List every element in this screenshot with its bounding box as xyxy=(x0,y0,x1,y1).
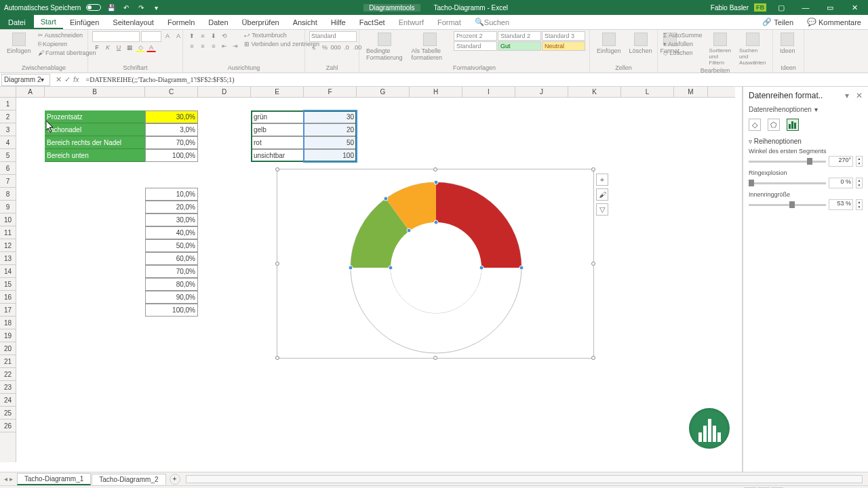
orientation-icon[interactable]: ⟲ xyxy=(220,31,229,41)
worksheet-area[interactable]: ABCDEFGHIJKLM 12345678910111213141516171… xyxy=(0,87,743,472)
row-header-8[interactable]: 8 xyxy=(0,188,16,201)
underline-icon[interactable]: U xyxy=(114,43,123,52)
angle-slider[interactable] xyxy=(749,161,826,163)
shrink-font-icon[interactable]: A xyxy=(174,31,183,41)
cell-C5[interactable]: 100,0% xyxy=(145,149,198,162)
inner-size-slider[interactable] xyxy=(749,204,826,206)
row-header-5[interactable]: 5 xyxy=(0,149,16,162)
tab-insert[interactable]: Einfügen xyxy=(63,15,106,29)
tab-help[interactable]: Hilfe xyxy=(324,15,353,29)
cell-E3[interactable]: gelb xyxy=(251,123,304,136)
series-options-header[interactable]: ▿ Reihenoptionen xyxy=(749,138,863,145)
cell-C11[interactable]: 40,0% xyxy=(145,226,198,239)
minimize-icon[interactable]: — xyxy=(796,3,815,12)
angle-input[interactable]: 270° xyxy=(829,156,853,167)
cell-F3[interactable]: 20 xyxy=(304,123,357,136)
find-select-button[interactable]: Suchen und Auswählen xyxy=(736,31,768,67)
currency-icon[interactable]: € xyxy=(309,43,319,52)
indent-dec-icon[interactable]: ⇤ xyxy=(220,41,229,51)
chart-elements-icon[interactable]: + xyxy=(596,174,608,186)
align-top-icon[interactable]: ⬆ xyxy=(187,31,197,41)
user-avatar[interactable]: FB xyxy=(754,3,766,12)
cell-C10[interactable]: 30,0% xyxy=(145,214,198,226)
inc-dec-icon[interactable]: .0 xyxy=(342,43,351,52)
row-header-16[interactable]: 16 xyxy=(0,291,16,304)
row-header-12[interactable]: 12 xyxy=(0,239,16,252)
style-neutral[interactable]: Neutral xyxy=(542,41,585,51)
font-combo[interactable] xyxy=(92,31,140,42)
clear-button[interactable]: ◇ Löschen xyxy=(662,49,704,57)
select-all-corner[interactable] xyxy=(0,87,16,98)
row-header-4[interactable]: 4 xyxy=(0,136,16,149)
row-header-20[interactable]: 20 xyxy=(0,342,16,355)
name-box[interactable]: Diagramm 2 ▾ xyxy=(1,74,50,86)
cell-C9[interactable]: 20,0% xyxy=(145,201,198,214)
cell-C13[interactable]: 60,0% xyxy=(145,252,198,265)
col-header-J[interactable]: J xyxy=(515,87,568,97)
enter-formula-icon[interactable]: ✓ xyxy=(64,75,71,84)
cond-format-button[interactable]: Bedingte Formatierung xyxy=(363,31,406,62)
cancel-formula-icon[interactable]: ✕ xyxy=(56,75,62,84)
delete-cells-button[interactable]: Löschen xyxy=(627,31,655,56)
number-format-combo[interactable]: Standard xyxy=(309,31,357,42)
row-header-2[interactable]: 2 xyxy=(0,110,16,123)
cell-B5[interactable]: Bereich unten xyxy=(45,149,145,162)
tab-factset[interactable]: FactSet xyxy=(353,15,392,29)
series-options-icon[interactable] xyxy=(787,119,799,131)
format-table-button[interactable]: Als Tabelle formatieren xyxy=(409,31,451,62)
explosion-spinner[interactable]: ▲▼ xyxy=(856,178,863,188)
cell-C15[interactable]: 80,0% xyxy=(145,278,198,291)
tab-review[interactable]: Überprüfen xyxy=(235,15,286,29)
cell-B4[interactable]: Bereich rechts der Nadel xyxy=(45,136,145,149)
comma-icon[interactable]: 000 xyxy=(331,43,340,52)
explosion-input[interactable]: 0 % xyxy=(829,178,853,188)
cell-E2[interactable]: grün xyxy=(251,110,304,123)
cell-B3[interactable]: Tachonadel xyxy=(45,123,145,136)
bold-icon[interactable]: F xyxy=(92,43,102,52)
fill-color-icon[interactable]: ◇ xyxy=(136,43,145,52)
chart-object[interactable]: + 🖌 ▽ xyxy=(277,169,594,359)
tab-data[interactable]: Daten xyxy=(201,15,235,29)
percent-icon[interactable]: % xyxy=(320,43,330,52)
tab-layout[interactable]: Seitenlayout xyxy=(106,15,161,29)
paste-button[interactable]: Einfügen xyxy=(4,31,34,56)
insert-cells-button[interactable]: Einfügen xyxy=(594,31,624,56)
inner-size-spinner[interactable]: ▲▼ xyxy=(856,199,863,210)
align-left-icon[interactable]: ≡ xyxy=(187,41,197,51)
tab-design[interactable]: Entwurf xyxy=(392,15,431,29)
row-header-9[interactable]: 9 xyxy=(0,201,16,214)
border-icon[interactable]: ▦ xyxy=(125,43,134,52)
row-header-25[interactable]: 25 xyxy=(0,407,16,420)
style-gut[interactable]: Gut xyxy=(498,41,541,51)
font-color-icon[interactable]: A xyxy=(146,43,156,52)
ideas-button[interactable]: Ideen xyxy=(777,31,798,56)
row-header-13[interactable]: 13 xyxy=(0,252,16,265)
grow-font-icon[interactable]: A xyxy=(163,31,172,41)
search-box[interactable]: 🔍 Suchen xyxy=(468,15,516,29)
cell-C14[interactable]: 70,0% xyxy=(145,265,198,278)
style-standard[interactable]: Standard xyxy=(454,41,497,51)
effects-icon[interactable]: ⬠ xyxy=(768,119,780,131)
cell-C16[interactable]: 90,0% xyxy=(145,291,198,304)
col-header-G[interactable]: G xyxy=(357,87,410,97)
undo-icon[interactable]: ↶ xyxy=(121,3,131,12)
cell-E4[interactable]: rot xyxy=(251,136,304,149)
angle-spinner[interactable]: ▲▼ xyxy=(856,156,863,167)
italic-icon[interactable]: K xyxy=(103,43,113,52)
cell-C12[interactable]: 50,0% xyxy=(145,239,198,252)
add-sheet-button[interactable]: + xyxy=(170,474,180,485)
col-header-M[interactable]: M xyxy=(674,87,708,97)
cell-F4[interactable]: 50 xyxy=(304,136,357,149)
row-header-10[interactable]: 10 xyxy=(0,214,16,226)
col-header-E[interactable]: E xyxy=(251,87,304,97)
sheet-nav-next-icon[interactable]: ▸ xyxy=(9,475,13,483)
align-mid-icon[interactable]: ≡ xyxy=(198,31,208,41)
col-header-H[interactable]: H xyxy=(410,87,462,97)
chevron-down-icon[interactable]: ▾ xyxy=(814,106,818,113)
style-prozent2[interactable]: Prozent 2 xyxy=(454,31,497,41)
row-header-18[interactable]: 18 xyxy=(0,317,16,329)
autosum-button[interactable]: Σ AutoSumme xyxy=(662,31,704,39)
sheet-tab-2[interactable]: Tacho-Diagramm_2 xyxy=(92,474,165,485)
sort-filter-button[interactable]: Sortieren und Filtern xyxy=(707,31,734,67)
formula-input[interactable]: =DATENREIHE(;;'Tacho-Diagramm_1'!$F$2:$F… xyxy=(83,76,868,83)
